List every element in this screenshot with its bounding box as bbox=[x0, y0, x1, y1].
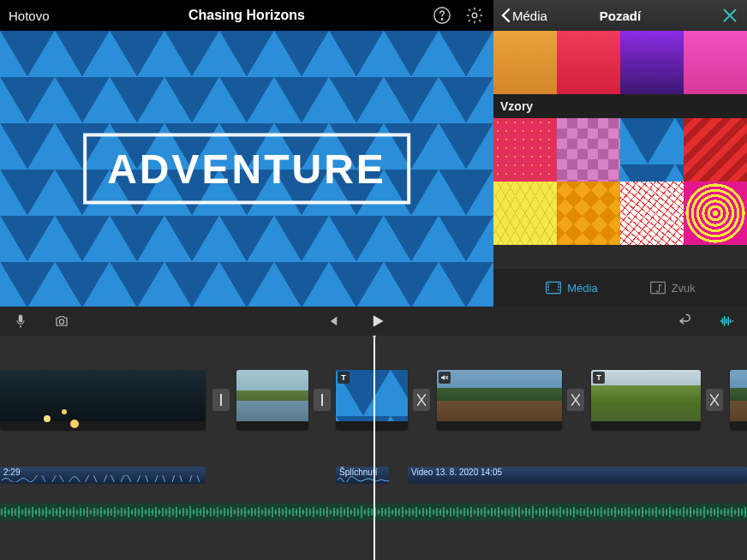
audio-clip-3[interactable]: Video 13. 8. 2020 14:05 bbox=[408, 467, 747, 484]
pattern-swatch-pink-diamond[interactable] bbox=[557, 118, 620, 182]
title-badge-icon: T bbox=[338, 372, 350, 384]
bg-swatch-orange[interactable] bbox=[493, 31, 557, 94]
svg-rect-15 bbox=[220, 394, 222, 406]
transition-handle[interactable] bbox=[567, 389, 584, 411]
bg-swatch-red[interactable] bbox=[557, 31, 620, 94]
svg-point-1 bbox=[441, 19, 442, 20]
back-label: Média bbox=[512, 9, 547, 23]
pattern-grid bbox=[493, 118, 747, 245]
bg-swatch-purple[interactable] bbox=[620, 31, 684, 94]
pattern-swatch-magenta-rings[interactable] bbox=[684, 182, 747, 245]
playhead-cap-icon bbox=[368, 336, 380, 338]
gradient-grid bbox=[493, 31, 747, 94]
patterns-section-label: Vzory bbox=[493, 94, 747, 118]
title-badge-icon: T bbox=[593, 372, 605, 384]
clip-1[interactable] bbox=[0, 370, 206, 430]
waveform-icon[interactable] bbox=[716, 311, 737, 331]
transition-handle[interactable] bbox=[413, 389, 430, 411]
chevron-left-icon bbox=[500, 8, 511, 23]
pattern-swatch-red-chevron[interactable] bbox=[684, 118, 747, 182]
done-button[interactable]: Hotovo bbox=[9, 9, 50, 23]
mic-icon[interactable] bbox=[10, 311, 31, 331]
transition-handle[interactable] bbox=[706, 389, 723, 411]
playback-toolbar bbox=[0, 307, 747, 336]
svg-rect-8 bbox=[548, 286, 550, 288]
svg-rect-9 bbox=[548, 289, 550, 291]
title-text: ADVENTURE bbox=[107, 146, 386, 193]
music-note-icon bbox=[649, 280, 666, 295]
title-frame: ADVENTURE bbox=[83, 134, 410, 205]
undo-icon[interactable] bbox=[675, 311, 696, 331]
clip-title[interactable]: T bbox=[336, 370, 408, 430]
bg-swatch-pink[interactable] bbox=[684, 31, 747, 94]
pattern-swatch-red-dots[interactable] bbox=[493, 118, 557, 182]
audio-clip-2[interactable]: Šplíchnutí bbox=[336, 467, 389, 484]
svg-rect-11 bbox=[558, 286, 559, 288]
back-button[interactable]: Média bbox=[500, 8, 547, 23]
playhead[interactable] bbox=[374, 336, 375, 560]
svg-point-2 bbox=[472, 13, 477, 18]
filmstrip-icon bbox=[545, 280, 562, 295]
clip-3[interactable] bbox=[437, 370, 562, 430]
clip-5[interactable] bbox=[730, 370, 747, 430]
skip-back-icon[interactable] bbox=[322, 311, 343, 331]
transition-handle[interactable] bbox=[212, 389, 230, 411]
tab-media[interactable]: Média bbox=[545, 280, 597, 295]
close-icon[interactable] bbox=[720, 5, 740, 26]
audio-clip-1[interactable]: 2:29 bbox=[0, 467, 206, 484]
transition-handle[interactable] bbox=[314, 389, 331, 411]
svg-rect-16 bbox=[321, 394, 323, 406]
play-icon[interactable] bbox=[367, 311, 387, 331]
tab-audio[interactable]: Zvuk bbox=[649, 280, 696, 295]
audio-label: Video 13. 8. 2020 14:05 bbox=[411, 468, 502, 477]
mute-badge-icon bbox=[439, 372, 451, 384]
clip-2[interactable] bbox=[236, 370, 308, 430]
svg-rect-10 bbox=[558, 283, 559, 285]
help-icon[interactable] bbox=[432, 5, 452, 26]
clip-4[interactable]: T bbox=[591, 370, 701, 430]
tab-audio-label: Zvuk bbox=[672, 282, 696, 295]
preview-header: Hotovo Chasing Horizons bbox=[0, 0, 493, 31]
timeline[interactable]: T T 2:29 Šplíchnutí Video 13. 8. bbox=[0, 336, 747, 560]
pattern-swatch-blue-triangles[interactable] bbox=[620, 118, 684, 182]
pattern-swatch-yellow-hatch[interactable] bbox=[493, 182, 557, 245]
tab-media-label: Média bbox=[567, 282, 597, 295]
camera-icon[interactable] bbox=[51, 311, 72, 331]
pattern-swatch-white-scribble[interactable] bbox=[620, 182, 684, 245]
svg-rect-7 bbox=[548, 283, 550, 285]
backgrounds-panel: Média Pozadí Vzory bbox=[493, 0, 747, 307]
svg-rect-12 bbox=[558, 289, 559, 291]
gear-icon[interactable] bbox=[464, 5, 485, 26]
project-title: Chasing Horizons bbox=[0, 8, 493, 23]
pattern-swatch-orange-triangles[interactable] bbox=[557, 182, 620, 245]
svg-point-14 bbox=[59, 319, 63, 324]
svg-rect-5 bbox=[620, 118, 684, 182]
preview-viewer[interactable]: ADVENTURE bbox=[0, 31, 493, 307]
